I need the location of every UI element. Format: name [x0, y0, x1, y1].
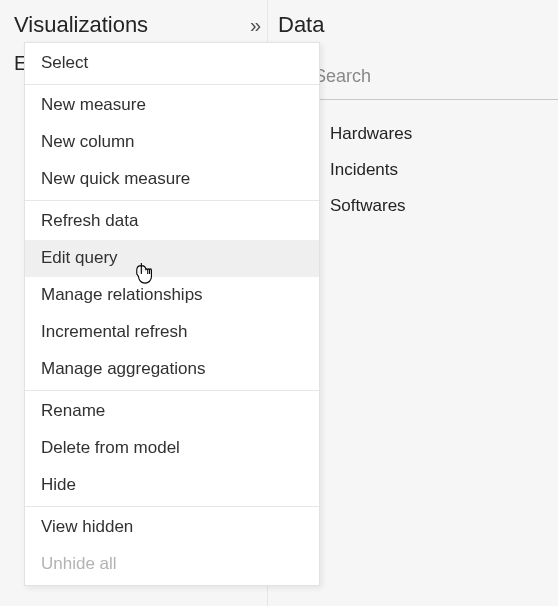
menu-item-view-hidden[interactable]: View hidden [25, 509, 319, 546]
menu-item-select[interactable]: Select [25, 45, 319, 82]
viz-pane-header: Visualizations » [14, 8, 267, 42]
table-label: Incidents [330, 160, 398, 180]
menu-item-manage-aggregations[interactable]: Manage aggregations [25, 351, 319, 388]
menu-item-refresh-data[interactable]: Refresh data [25, 203, 319, 240]
menu-separator [25, 200, 319, 201]
collapse-pane-icon[interactable]: » [250, 14, 257, 37]
data-pane-header: Data [268, 8, 558, 42]
table-row[interactable]: Incidents [278, 152, 558, 188]
menu-item-manage-relationships[interactable]: Manage relationships [25, 277, 319, 314]
table-label: Hardwares [330, 124, 412, 144]
menu-separator [25, 84, 319, 85]
table-label: Softwares [330, 196, 406, 216]
context-menu: Select New measure New column New quick … [24, 42, 320, 586]
menu-item-delete-from-model[interactable]: Delete from model [25, 430, 319, 467]
menu-item-new-measure[interactable]: New measure [25, 87, 319, 124]
menu-item-edit-query[interactable]: Edit query [25, 240, 319, 277]
menu-separator [25, 506, 319, 507]
table-row[interactable]: Hardwares [278, 116, 558, 152]
table-row[interactable]: Softwares [278, 188, 558, 224]
pane-title: Data [268, 12, 324, 38]
menu-item-rename[interactable]: Rename [25, 393, 319, 430]
menu-item-new-quick-measure[interactable]: New quick measure [25, 161, 319, 198]
menu-item-hide[interactable]: Hide [25, 467, 319, 504]
menu-separator [25, 390, 319, 391]
search-input[interactable] [314, 66, 546, 87]
pane-title: Visualizations [14, 12, 148, 38]
menu-item-unhide-all: Unhide all [25, 546, 319, 583]
menu-item-incremental-refresh[interactable]: Incremental refresh [25, 314, 319, 351]
menu-item-new-column[interactable]: New column [25, 124, 319, 161]
